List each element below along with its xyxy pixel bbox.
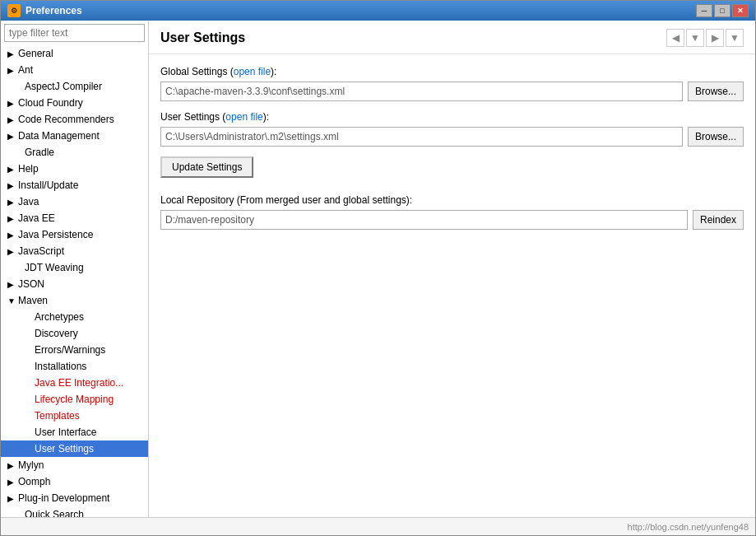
tree-item-templates[interactable]: Templates bbox=[1, 408, 148, 424]
tree-item-datamanagement[interactable]: ▶ Data Management bbox=[1, 128, 148, 144]
local-repo-label: Local Repository (From merged user and g… bbox=[160, 194, 744, 206]
global-settings-link[interactable]: open file bbox=[234, 66, 271, 77]
tree-item-plugindevelopment[interactable]: ▶ Plug-in Development bbox=[1, 490, 148, 506]
tree-item-help[interactable]: ▶ Help bbox=[1, 161, 148, 177]
tree-item-userinterface[interactable]: User Interface bbox=[1, 424, 148, 440]
tree-item-aspectj[interactable]: AspectJ Compiler bbox=[1, 78, 148, 95]
global-settings-row: Browse... bbox=[160, 82, 744, 101]
tree-item-label: User Interface bbox=[35, 426, 148, 438]
tree-item-label: Discovery bbox=[35, 328, 148, 339]
tree-container: ▶ General ▶ Ant AspectJ Compiler ▶ Cloud… bbox=[1, 45, 148, 517]
local-repo-input[interactable] bbox=[160, 210, 688, 230]
expand-arrow: ▶ bbox=[7, 214, 16, 223]
right-header: User Settings ◀ ▼ ▶ ▼ bbox=[149, 21, 755, 54]
tree-item-label: JSON bbox=[18, 278, 148, 290]
user-settings-label: User Settings (open file): bbox=[160, 111, 744, 123]
tree-item-mylyn[interactable]: ▶ Mylyn bbox=[1, 457, 148, 473]
tree-item-installupdates[interactable]: ▶ Install/Update bbox=[1, 177, 148, 193]
tree-item-java[interactable]: ▶ Java bbox=[1, 193, 148, 210]
tree-item-cloudfoundry[interactable]: ▶ Cloud Foundry bbox=[1, 95, 148, 111]
back-button[interactable]: ◀ bbox=[666, 29, 684, 47]
tree-item-archetypes[interactable]: Archetypes bbox=[1, 309, 148, 325]
tree-item-general[interactable]: ▶ General bbox=[1, 45, 148, 62]
back-dropdown[interactable]: ▼ bbox=[686, 29, 704, 47]
tree-item-maven[interactable]: ▼ Maven bbox=[1, 292, 148, 309]
tree-item-label: AspectJ Compiler bbox=[25, 81, 148, 92]
tree-item-label: Install/Update bbox=[18, 179, 148, 191]
tree-item-label: Archetypes bbox=[35, 311, 148, 323]
tree-item-usersettings[interactable]: User Settings bbox=[1, 440, 148, 457]
tree-item-gradle[interactable]: Gradle bbox=[1, 144, 148, 161]
nav-buttons: ◀ ▼ ▶ ▼ bbox=[666, 29, 744, 47]
reindex-button[interactable]: Reindex bbox=[693, 210, 744, 230]
maximize-button[interactable]: □ bbox=[714, 4, 730, 17]
preferences-window: ⚙ Preferences ─ □ ✕ ▶ General ▶ Ant bbox=[0, 0, 756, 536]
minimize-button[interactable]: ─ bbox=[696, 4, 712, 17]
close-button[interactable]: ✕ bbox=[732, 4, 749, 17]
local-repo-row: Reindex bbox=[160, 210, 744, 230]
global-settings-label: Global Settings (open file): bbox=[160, 66, 744, 77]
tree-item-label: JDT Weaving bbox=[25, 262, 148, 273]
tree-item-javascript[interactable]: ▶ JavaScript bbox=[1, 243, 148, 259]
tree-item-javaee[interactable]: ▶ Java EE bbox=[1, 210, 148, 226]
expand-arrow: ▶ bbox=[7, 461, 16, 470]
user-settings-input[interactable] bbox=[160, 127, 683, 147]
forward-dropdown[interactable]: ▼ bbox=[726, 29, 744, 47]
expand-arrow: ▶ bbox=[7, 231, 16, 240]
tree-item-javaeeintegration[interactable]: Java EE Integratio... bbox=[1, 375, 148, 391]
tree-item-label: Cloud Foundry bbox=[18, 97, 148, 109]
global-settings-suffix: ): bbox=[271, 66, 276, 77]
global-settings-input[interactable] bbox=[160, 82, 683, 101]
tree-item-oomph[interactable]: ▶ Oomph bbox=[1, 473, 148, 490]
tree-item-errorswarnings[interactable]: Errors/Warnings bbox=[1, 342, 148, 358]
tree-item-label: User Settings bbox=[35, 443, 148, 454]
tree-item-label: Java Persistence bbox=[18, 229, 148, 240]
user-settings-prefix: User Settings ( bbox=[160, 111, 225, 123]
expand-arrow: ▶ bbox=[7, 478, 16, 487]
tree-item-label: General bbox=[18, 48, 148, 59]
expand-arrow: ▶ bbox=[7, 280, 16, 289]
expand-arrow: ▶ bbox=[7, 49, 16, 58]
tree-item-label: Java EE bbox=[18, 212, 148, 224]
user-settings-link[interactable]: open file bbox=[225, 111, 262, 123]
tree-item-label: Maven bbox=[18, 295, 148, 306]
status-text: http://blog.csdn.net/yunfeng48 bbox=[628, 522, 749, 532]
forward-button[interactable]: ▶ bbox=[706, 29, 724, 47]
tree-item-label: JavaScript bbox=[18, 245, 148, 257]
tree-item-label: Help bbox=[18, 163, 148, 175]
status-bar: http://blog.csdn.net/yunfeng48 bbox=[1, 517, 755, 535]
expand-arrow: ▶ bbox=[7, 165, 16, 174]
filter-input[interactable] bbox=[4, 24, 145, 42]
tree-item-label: Plug-in Development bbox=[18, 492, 148, 504]
global-settings-prefix: Global Settings ( bbox=[160, 66, 234, 77]
page-title: User Settings bbox=[160, 30, 245, 45]
tree-item-ant[interactable]: ▶ Ant bbox=[1, 62, 148, 78]
tree-item-coderecommenders[interactable]: ▶ Code Recommenders bbox=[1, 111, 148, 128]
tree-item-json[interactable]: ▶ JSON bbox=[1, 276, 148, 292]
tree-item-installations[interactable]: Installations bbox=[1, 358, 148, 375]
tree-item-label: Data Management bbox=[18, 130, 148, 142]
expand-arrow: ▶ bbox=[7, 66, 16, 75]
tree-item-lifecyclemapping[interactable]: Lifecycle Mapping bbox=[1, 391, 148, 408]
tree-item-jdtweaving[interactable]: JDT Weaving bbox=[1, 259, 148, 276]
tree-item-label: Mylyn bbox=[18, 459, 148, 471]
tree-item-quicksearch[interactable]: Quick Search bbox=[1, 506, 148, 517]
expand-arrow: ▶ bbox=[7, 247, 16, 256]
tree-item-label: Quick Search bbox=[25, 509, 148, 517]
left-panel: ▶ General ▶ Ant AspectJ Compiler ▶ Cloud… bbox=[1, 21, 149, 517]
browse-button-2[interactable]: Browse... bbox=[688, 127, 744, 147]
right-panel: User Settings ◀ ▼ ▶ ▼ Global Settings (o… bbox=[149, 21, 755, 517]
tree-item-javapersistence[interactable]: ▶ Java Persistence bbox=[1, 226, 148, 243]
tree-item-label: Installations bbox=[35, 361, 148, 372]
tree-item-discovery[interactable]: Discovery bbox=[1, 325, 148, 342]
tree-item-label: Ant bbox=[18, 64, 148, 76]
tree-item-label: Gradle bbox=[25, 147, 148, 158]
expand-arrow: ▶ bbox=[7, 99, 16, 108]
expand-arrow: ▶ bbox=[7, 494, 16, 503]
tree-item-label: Errors/Warnings bbox=[35, 344, 148, 356]
title-bar: ⚙ Preferences ─ □ ✕ bbox=[1, 1, 755, 21]
browse-button-1[interactable]: Browse... bbox=[688, 82, 744, 101]
update-settings-button[interactable]: Update Settings bbox=[160, 156, 253, 178]
tree-item-label: Java bbox=[18, 196, 148, 207]
user-settings-suffix: ): bbox=[263, 111, 269, 123]
